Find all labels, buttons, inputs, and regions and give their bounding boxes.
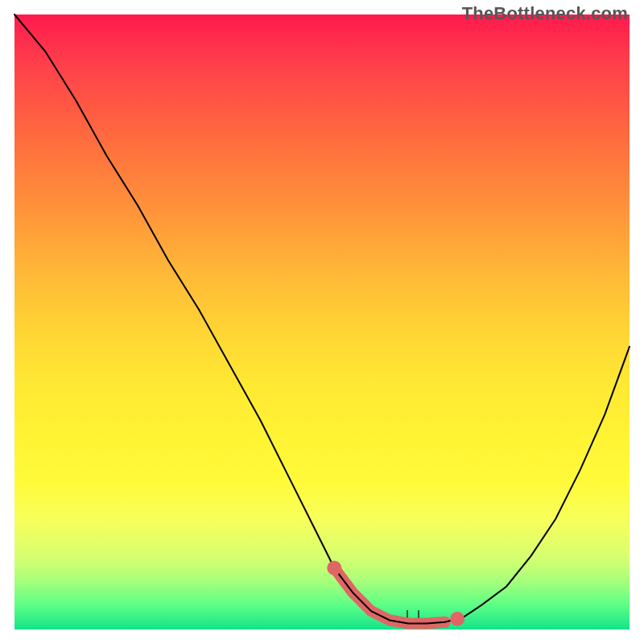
- chart-overlay: [14, 14, 630, 630]
- highlight-dot-right: [450, 612, 464, 626]
- bottleneck-curve: [14, 14, 630, 623]
- curve-highlight: [334, 568, 445, 624]
- watermark-text: TheBottleneck.com: [462, 3, 628, 24]
- highlight-dot-left: [327, 561, 341, 576]
